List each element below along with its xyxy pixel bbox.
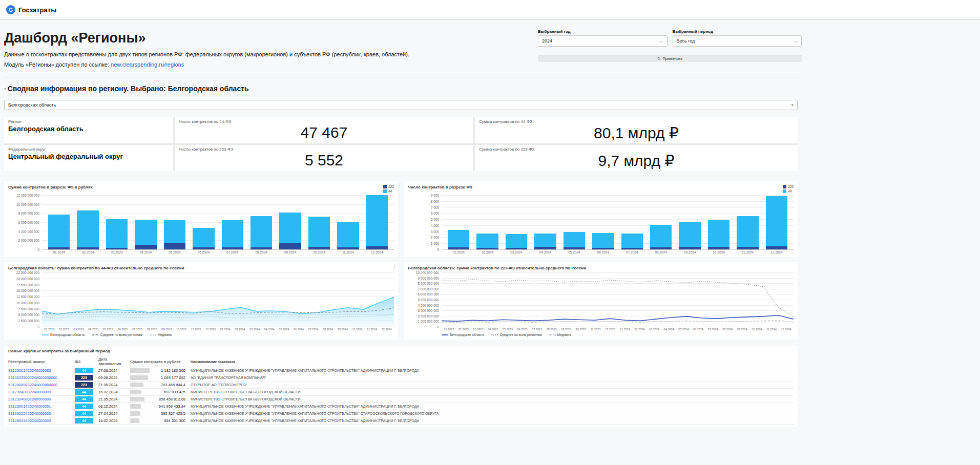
law-badge: 44 [75, 396, 93, 402]
bar-06.2024[interactable] [193, 195, 214, 249]
brand[interactable]: G Госзатраты [6, 5, 56, 14]
x-tick-label: 05.2023 [101, 328, 116, 331]
col-header-customer: Наименование заказчика [191, 360, 794, 364]
legend-item[interactable]: Белгородская область [42, 333, 85, 336]
legend-item[interactable]: Среднее по всем регионам [92, 333, 142, 336]
x-tick-label: 05.2024 [676, 328, 691, 331]
y-tick-label: 15 000 000 000 [16, 289, 39, 292]
more-options-icon[interactable]: ⋮ [392, 264, 397, 269]
x-tick-label: 09.2024 [735, 328, 750, 331]
contract-number-link[interactable]: 33123001420240000051 [8, 404, 75, 409]
x-tick-label: 04.2024 [262, 328, 277, 331]
bar-segment-44 [77, 210, 98, 247]
contract-number-link[interactable]: 53128089832240000850000 [8, 383, 75, 387]
contract-number-link[interactable]: 33128043490240000003 [8, 418, 75, 423]
y-tick-label: 8 000 [431, 199, 439, 203]
contract-date: 16.02.2024 [98, 418, 130, 423]
bar-09.2024[interactable] [679, 195, 700, 249]
apply-button[interactable]: ↻ Применить [538, 55, 802, 62]
module-text: Модуль «Регионы» доступен по ссылке: [4, 61, 111, 68]
card-label: Сумма контрактов по 44-ФЗ [479, 119, 794, 124]
x-tick-label: 02.2024 [233, 328, 247, 331]
x-tick-label: 12.2024 [766, 250, 787, 254]
law-cell: 44 [75, 411, 98, 416]
bar-segment-44 [135, 220, 156, 245]
year-select[interactable]: 2024 ⌄ [538, 35, 668, 47]
bar-02.2024[interactable] [77, 195, 98, 249]
gridline [42, 249, 394, 250]
contract-number-link[interactable]: 23123040802240000009 [8, 390, 75, 394]
legend-item[interactable]: 44 [383, 189, 394, 193]
bar-09.2024[interactable] [279, 195, 301, 249]
bar-12.2024[interactable] [366, 195, 388, 249]
legend-item[interactable]: Медиана [150, 333, 172, 336]
amount-cell: 641 959 433,84 [130, 404, 191, 409]
customer-name: АО "ЕДИНАЯ ТРАНСПОРТНАЯ КОМПАНИЯ" [191, 376, 794, 379]
x-tick-label: 05.2024 [277, 328, 291, 331]
bar-segment-223 [592, 248, 614, 249]
x-tick-label: 11.2024 [337, 250, 359, 254]
bar-segment-223 [106, 248, 128, 249]
chart-legend: Белгородская областьСреднее по всем реги… [42, 333, 394, 336]
period-select[interactable]: Весь год ⌄ [673, 35, 802, 47]
contract-date: 08.10.2024 [98, 404, 130, 409]
bar-02.2024[interactable] [476, 195, 498, 249]
amount-bar [130, 397, 144, 401]
col-header-law: ФЗ [75, 360, 98, 364]
contract-number-link[interactable]: 53100035002240000030000 [8, 375, 75, 380]
table-row: 331230014202400000834427.08.20241 182 18… [8, 367, 794, 374]
bar-04.2024[interactable] [135, 195, 156, 249]
collapse-toggle[interactable]: - [4, 84, 7, 93]
y-tick-label: 4 000 000 000 [18, 229, 39, 233]
bar-05.2024[interactable] [564, 195, 585, 249]
region-select[interactable]: Белгородская область ▾ [4, 100, 798, 110]
legend-item[interactable]: Медиана [549, 333, 571, 336]
col-header-number: Реестровый номер [8, 360, 75, 364]
bar-11.2024[interactable] [337, 195, 359, 249]
amount-value: 1 093 177 092 [161, 375, 185, 380]
bar-08.2024[interactable] [251, 195, 272, 249]
legend-item[interactable]: Белгородская область [442, 333, 484, 336]
legend-item[interactable]: 223 [383, 185, 394, 188]
bar-11.2024[interactable] [737, 195, 758, 249]
contract-number-link[interactable]: 33126022420240000005 [8, 411, 75, 416]
bar-03.2024[interactable] [506, 195, 527, 249]
bar-06.2024[interactable] [592, 195, 614, 249]
bar-12.2024[interactable] [766, 195, 787, 249]
contract-number-link[interactable]: 23123040802240000090 [8, 397, 75, 401]
bar-10.2024[interactable] [308, 195, 330, 249]
x-tick-label: 04.2024 [135, 250, 156, 254]
y-tick-label: 10 000 000 000 [16, 301, 39, 304]
period-select-value: Весь год [677, 38, 695, 44]
x-tick-label: 08.2023 [544, 328, 559, 331]
x-tick-label: 06.2024 [291, 328, 306, 331]
bar-03.2024[interactable] [106, 195, 128, 249]
bar-04.2024[interactable] [534, 195, 556, 249]
year-filter: Выбранный год 2024 ⌄ [538, 29, 668, 47]
y-tick-label: 7 000 [431, 205, 439, 209]
contract-number-link[interactable]: 33123001420240000083 [8, 368, 75, 373]
legend-item[interactable]: 223 [783, 185, 794, 188]
x-tick-label: 05.2024 [564, 250, 585, 254]
legend-item[interactable]: Среднее по всем регионам [491, 333, 541, 336]
x-tick-label: 11.2024 [764, 328, 779, 331]
amount-bar [130, 390, 141, 394]
bar-07.2024[interactable] [621, 195, 643, 249]
regions-module-link[interactable]: new.clearspending.ru/regions [111, 61, 184, 68]
y-tick-label: 1 000 [431, 242, 439, 245]
year-select-value: 2024 [542, 38, 552, 44]
bar-08.2024[interactable] [650, 195, 672, 249]
bar-10.2024[interactable] [708, 195, 729, 249]
bar-01.2024[interactable] [448, 195, 469, 249]
legend-item[interactable]: 44 [783, 189, 794, 193]
bar-07.2024[interactable] [222, 195, 243, 249]
x-tick-label: 05.2023 [501, 328, 515, 331]
y-tick-label: 1 000 000 000 [418, 320, 439, 323]
bar-05.2024[interactable] [164, 195, 185, 249]
amount-cell: 554 301 300 [130, 418, 191, 423]
bar-segment-44 [737, 216, 758, 247]
chart-title: Белгородская область: сумма контрактов п… [408, 266, 586, 270]
bar-01.2024[interactable] [48, 195, 70, 249]
card-value: 5 552 [179, 152, 469, 169]
amount-value: 692 833 425 [164, 390, 185, 394]
